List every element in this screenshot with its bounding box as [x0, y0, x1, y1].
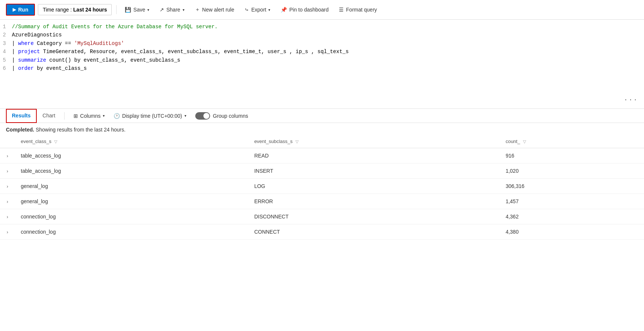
- line-number: 6: [0, 64, 12, 72]
- code-token-plain: AzureDiagnostics: [12, 32, 62, 38]
- new-alert-button[interactable]: ＋ New alert rule: [191, 4, 238, 15]
- expand-cell[interactable]: ›: [0, 224, 15, 240]
- code-content: //Summary of Audit Events for the Azure …: [12, 23, 644, 31]
- code-line: 2AzureDiagnostics: [0, 31, 644, 39]
- header-row: event_class_s ▽ event_subclass_s ▽ count…: [0, 135, 644, 148]
- share-button[interactable]: ↗ Share ▾: [156, 4, 188, 15]
- pin-label: Pin to dashboard: [289, 7, 328, 13]
- pin-icon: 📌: [281, 7, 287, 13]
- event-subclass-cell: INSERT: [248, 163, 500, 179]
- share-chevron-icon: ▾: [183, 8, 184, 12]
- format-icon: ☰: [339, 7, 344, 13]
- filter-count-icon[interactable]: ▽: [523, 139, 526, 144]
- event-class-cell: connection_log: [15, 224, 248, 240]
- expand-cell[interactable]: ›: [0, 148, 15, 163]
- code-token-plain: |: [12, 49, 18, 55]
- display-time-button[interactable]: 🕐 Display time (UTC+00:00) ▾: [111, 111, 189, 121]
- results-tabs-bar: Results Chart ⊞ Columns ▾ 🕐 Display time…: [0, 109, 644, 123]
- line-number: 3: [0, 39, 12, 48]
- code-token-plain: |: [12, 40, 18, 46]
- table-row[interactable]: ›table_access_logINSERT1,020: [0, 163, 644, 179]
- time-range-prefix: Time range :: [43, 7, 72, 13]
- expand-icon[interactable]: ›: [7, 214, 8, 220]
- col-count-label: count_: [506, 139, 520, 144]
- table-row[interactable]: ›table_access_logREAD916: [0, 148, 644, 163]
- line-number: 4: [0, 48, 12, 56]
- table-row[interactable]: ›general_logLOG306,316: [0, 179, 644, 194]
- new-alert-icon: ＋: [195, 6, 200, 13]
- format-query-button[interactable]: ☰ Format query: [335, 4, 380, 15]
- event-subclass-cell: CONNECT: [248, 224, 500, 240]
- time-range-button[interactable]: Time range : Last 24 hours: [38, 4, 112, 15]
- run-label: Run: [18, 7, 28, 13]
- filter-event-subclass-icon[interactable]: ▽: [295, 139, 298, 144]
- code-line: 3| where Category == 'MySqlAuditLogs': [0, 39, 644, 48]
- tab-results[interactable]: Results: [6, 109, 37, 123]
- toolbar-divider-1: [116, 5, 117, 14]
- table-row[interactable]: ›connection_logCONNECT4,380: [0, 224, 644, 240]
- code-content: | order by event_class_s: [12, 64, 644, 72]
- code-editor[interactable]: 1//Summary of Audit Events for the Azure…: [0, 20, 644, 109]
- toolbar: ▶ Run Time range : Last 24 hours 💾 Save …: [0, 0, 644, 20]
- export-chevron-icon: ▾: [268, 8, 270, 12]
- save-button[interactable]: 💾 Save ▾: [121, 4, 153, 15]
- results-panel: Results Chart ⊞ Columns ▾ 🕐 Display time…: [0, 109, 644, 240]
- count-cell: 1,020: [500, 163, 644, 179]
- export-icon: ⤷: [245, 7, 249, 13]
- code-token-plain: count() by event_class_s, event_subclass…: [46, 57, 180, 63]
- code-content: | project TimeGenerated, Resource, event…: [12, 48, 644, 56]
- code-token-string: 'MySqlAuditLogs': [74, 40, 124, 46]
- new-alert-label: New alert rule: [202, 7, 234, 13]
- group-columns-toggle-group: Group columns: [195, 112, 248, 120]
- expand-cell[interactable]: ›: [0, 194, 15, 209]
- code-token-plain: |: [12, 57, 18, 63]
- columns-label: Columns: [80, 113, 101, 119]
- run-button[interactable]: ▶ Run: [6, 4, 35, 16]
- table-row[interactable]: ›general_logERROR1,457: [0, 194, 644, 209]
- code-token-keyword: where: [18, 40, 34, 46]
- editor-ellipsis[interactable]: ···: [624, 95, 638, 106]
- table-row[interactable]: ›connection_logDISCONNECT4,362: [0, 209, 644, 224]
- code-line: 1//Summary of Audit Events for the Azure…: [0, 23, 644, 31]
- save-chevron-icon: ▾: [147, 8, 149, 12]
- pin-button[interactable]: 📌 Pin to dashboard: [277, 4, 332, 15]
- code-token-keyword: project: [18, 49, 40, 55]
- line-number: 5: [0, 56, 12, 64]
- format-label: Format query: [346, 7, 377, 13]
- event-subclass-cell: LOG: [248, 179, 500, 194]
- display-time-chevron-icon: ▾: [184, 114, 186, 118]
- filter-event-class-icon[interactable]: ▽: [54, 139, 57, 144]
- display-time-label: Display time (UTC+00:00): [122, 113, 182, 119]
- event-class-cell: connection_log: [15, 209, 248, 224]
- expand-cell[interactable]: ›: [0, 209, 15, 224]
- expand-icon[interactable]: ›: [7, 153, 8, 159]
- expand-cell[interactable]: ›: [0, 163, 15, 179]
- count-cell: 306,316: [500, 179, 644, 194]
- columns-button[interactable]: ⊞ Columns ▾: [71, 111, 108, 121]
- tab-separator: [64, 112, 65, 120]
- status-bar: Completed. Showing results from the last…: [0, 123, 644, 135]
- event-class-cell: general_log: [15, 179, 248, 194]
- event-subclass-cell: READ: [248, 148, 500, 163]
- count-cell: 916: [500, 148, 644, 163]
- event-class-cell: table_access_log: [15, 163, 248, 179]
- code-token-plain: Category ==: [34, 40, 74, 46]
- expand-col-header: [0, 135, 15, 148]
- tab-chart[interactable]: Chart: [37, 109, 61, 123]
- expand-icon[interactable]: ›: [7, 184, 8, 189]
- code-token-plain: by event_class_s: [34, 65, 87, 71]
- export-button[interactable]: ⤷ Export ▾: [241, 4, 274, 15]
- line-number: 2: [0, 31, 12, 39]
- share-icon: ↗: [160, 7, 164, 13]
- expand-icon[interactable]: ›: [7, 230, 8, 235]
- expand-icon[interactable]: ›: [7, 199, 8, 204]
- expand-cell[interactable]: ›: [0, 179, 15, 194]
- expand-icon[interactable]: ›: [7, 169, 8, 174]
- save-icon: 💾: [125, 7, 131, 13]
- code-content: | where Category == 'MySqlAuditLogs': [12, 39, 644, 48]
- export-label: Export: [251, 7, 266, 13]
- col-event-class-label: event_class_s: [21, 139, 51, 144]
- code-token-keyword: summarize: [18, 57, 46, 63]
- code-token-comment: //Summary of Audit Events for the Azure …: [12, 24, 218, 30]
- group-columns-toggle[interactable]: [195, 112, 210, 120]
